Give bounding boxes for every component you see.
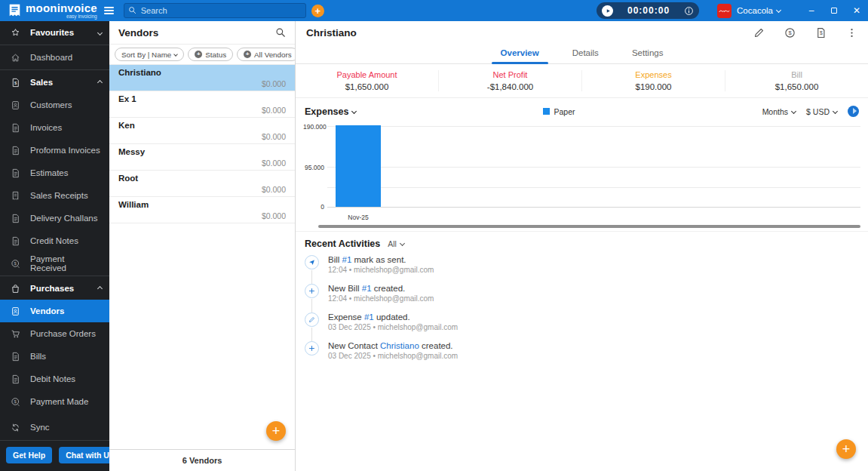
stat-net-profit: Net Profit-$1,840.000 [438,70,581,91]
expenses-chart-title[interactable]: Expenses [305,106,356,117]
sidebar-item-sales-receipts[interactable]: Sales Receipts [0,184,109,207]
tab-details[interactable]: Details [569,45,602,63]
sidebar-item-proforma-invoices[interactable]: Proforma Invoices [0,139,109,162]
bill-document-icon[interactable] [815,27,827,38]
sidebar-item-sales[interactable]: Sales [0,71,109,94]
send-icon [305,255,319,269]
get-help-button[interactable]: Get Help [6,447,52,463]
chevron-up-icon [97,79,103,85]
y-axis-tick: 95.000 [303,164,324,171]
expenses-chart-header: Expenses Paper Months $ USD [296,100,868,123]
period-dropdown[interactable]: Months [762,107,796,116]
activities-filter-dropdown[interactable]: All [388,239,404,248]
sidebar-item-credit-notes[interactable]: Credit Notes [0,229,109,252]
chart-plot-area [327,126,860,208]
coin-icon [11,259,20,269]
sidebar-item-estimates[interactable]: Estimates [0,162,109,184]
vendor-search-icon[interactable] [275,27,286,38]
sidebar-item-payment-received[interactable]: Payment Received [0,252,109,275]
tab-overview[interactable]: Overview [498,45,542,63]
kebab-menu-icon[interactable] [846,27,857,38]
sync-icon [11,423,20,433]
summary-stats: Payable Amount$1,650.000 Net Profit-$1,8… [296,64,868,98]
chevron-down-icon [776,8,781,13]
activity-meta: 03 Dec 2025 • michelshop@gmail.com [328,352,458,360]
window-close-button[interactable]: ✕ [845,0,868,21]
search-input[interactable] [124,3,306,18]
payment-dollar-icon[interactable] [784,27,796,38]
sidebar-item-dashboard[interactable]: Dashboard [0,46,109,69]
chevron-up-icon [97,285,103,291]
window-restore-button[interactable] [823,0,845,21]
app-logo-icon [8,4,21,18]
legend-color-swatch [543,108,550,115]
vendor-row[interactable]: Root$0.000 [109,171,295,197]
document-icon [11,236,20,246]
top-bar: mooninvoice easy invoicing + 00:00:00 Co… [0,0,868,21]
cocacola-logo-icon [719,8,730,14]
sidebar-item-sync[interactable]: Sync [0,417,109,437]
vendor-detail-title: Christiano [306,27,753,38]
y-axis-tick: 0 [303,203,324,211]
company-selector[interactable]: Cocacola [737,6,781,15]
chart-horizontal-scrollbar[interactable] [318,225,860,228]
sidebar-nav: Favourites Dashboard Sales Customers Inv… [0,21,109,417]
activity-link[interactable]: #1 [342,255,352,264]
window-minimize-button[interactable]: – [800,0,823,21]
document-icon [11,146,20,155]
document-icon [11,123,20,133]
time-tracker: 00:00:00 [597,2,699,19]
sidebar-item-delivery-challans[interactable]: Delivery Challans [0,207,109,229]
vendor-row[interactable]: Ken$0.000 [109,118,295,144]
search-icon [128,6,136,14]
sidebar-item-favourites[interactable]: Favourites [0,21,109,44]
vendor-filters: Sort By | Name +Status +All Vendors Crea… [109,45,295,65]
document-icon [11,168,20,178]
stat-bill: Bill$1,650.000 [725,70,868,91]
timer-play-button[interactable] [602,5,613,17]
detail-tabs: Overview Details Settings [296,45,868,64]
sidebar-item-invoices[interactable]: Invoices [0,116,109,139]
all-vendors-filter-chip[interactable]: +All Vendors [237,48,295,61]
coin-icon [11,397,20,407]
vendor-row[interactable]: Ex 1$0.000 [109,91,295,118]
add-record-button[interactable]: + [836,439,856,459]
quick-add-button[interactable]: + [311,5,324,17]
activity-link[interactable]: #1 [362,284,372,293]
edit-pencil-icon[interactable] [753,27,765,38]
sidebar-item-bills[interactable]: Bills [0,345,109,368]
x-axis-label: Nov-25 [327,214,389,221]
status-filter-chip[interactable]: +Status [188,48,233,61]
currency-dropdown[interactable]: $ USD [806,107,837,116]
recent-activities: Recent Activities All Bill #1 mark as se… [296,231,868,370]
tab-settings[interactable]: Settings [629,45,667,63]
activity-link[interactable]: #1 [364,312,374,322]
sort-by-chip[interactable]: Sort By | Name [115,48,184,61]
vendor-row[interactable]: Messy$0.000 [109,144,295,171]
add-vendor-button[interactable]: + [266,421,286,441]
contacts-icon [11,100,20,110]
plus-circle-icon: + [244,51,251,58]
global-search [124,3,306,18]
vendor-row[interactable]: Christiano$0.000 [109,65,295,91]
y-axis-tick: 190.000 [303,123,324,131]
vendor-row[interactable]: William$0.000 [109,197,295,223]
plus-icon [305,284,319,298]
activity-item: Expense #1 updated. 03 Dec 2025 • michel… [305,312,859,341]
sidebar-item-purchase-orders[interactable]: Purchase Orders [0,322,109,345]
sidebar-item-purchases[interactable]: Purchases [0,277,109,300]
sidebar-item-payment-made[interactable]: Payment Made [0,390,109,413]
chevron-down-icon [791,108,796,113]
chart-type-toggle-icon[interactable] [848,106,859,117]
document-icon [11,374,20,384]
timer-info-icon[interactable] [684,6,694,16]
vendors-panel: Vendors Sort By | Name +Status +All Vend… [109,21,296,471]
activity-link[interactable]: Christiano [380,341,419,350]
sidebar-item-debit-notes[interactable]: Debit Notes [0,368,109,390]
pencil-icon [305,312,319,327]
hamburger-menu-icon[interactable] [104,7,114,14]
sidebar-item-vendors[interactable]: Vendors [0,300,109,322]
sidebar-item-customers[interactable]: Customers [0,94,109,116]
chevron-down-icon [173,52,178,57]
contacts-icon [11,306,20,316]
